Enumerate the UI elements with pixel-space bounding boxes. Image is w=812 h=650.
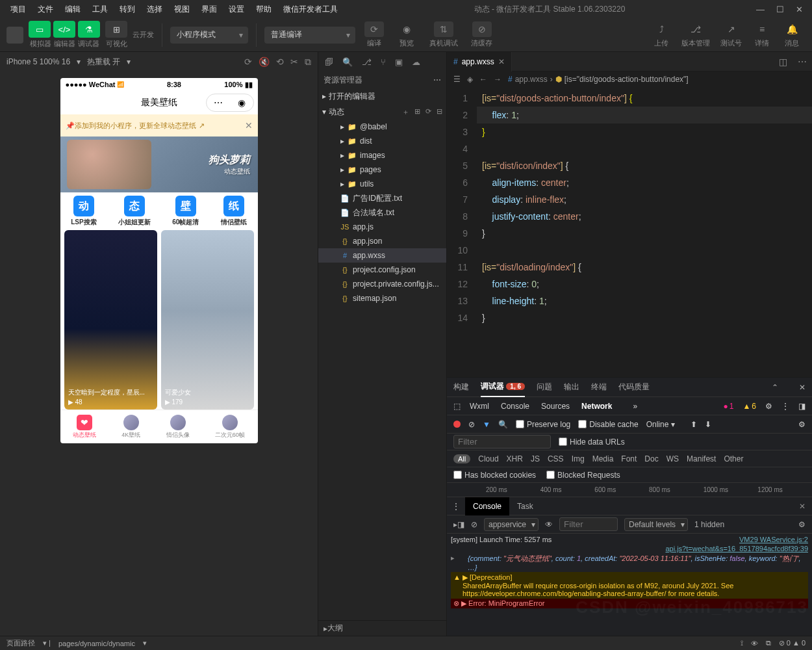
notice-bar[interactable]: 📌 添加到我的小程序，更新全球动态壁纸↗ ✕: [60, 114, 258, 136]
gear-icon[interactable]: ⚙: [798, 520, 806, 529]
tree-node[interactable]: {}project.private.config.js...: [318, 277, 446, 291]
upload-button[interactable]: ⤴: [652, 21, 671, 37]
quick-item[interactable]: 动LSP搜索: [71, 196, 96, 227]
dock-icon[interactable]: ◨: [798, 402, 806, 411]
menu-item[interactable]: 界面: [196, 1, 222, 18]
tree-node[interactable]: JSapp.js: [318, 220, 446, 234]
cloud-dev-button[interactable]: 云开发: [133, 30, 154, 40]
maximize-button[interactable]: ☐: [776, 5, 784, 14]
tree-node[interactable]: 📄广告ID配置.txt: [318, 191, 446, 205]
split-icon[interactable]: ◫: [774, 57, 793, 67]
ext-icon[interactable]: ▣: [395, 57, 403, 67]
devtools-tab[interactable]: 构建: [453, 378, 469, 396]
minimap-icon[interactable]: ☰: [453, 75, 461, 84]
search-icon[interactable]: 🔍: [498, 420, 508, 429]
message-button[interactable]: 🔔: [782, 21, 802, 37]
drawer-toggle-icon[interactable]: ⋮: [447, 502, 465, 511]
minimize-button[interactable]: ―: [756, 5, 765, 14]
type-filter[interactable]: Media: [592, 454, 614, 463]
quick-item[interactable]: 纸情侣壁纸: [221, 196, 247, 227]
testnum-button[interactable]: ↗: [722, 21, 741, 37]
blocked-requests-checkbox[interactable]: Blocked Requests: [546, 471, 620, 480]
editor-button[interactable]: </>: [53, 21, 75, 38]
upload-har-icon[interactable]: ⬆: [691, 420, 697, 429]
eye-icon[interactable]: 👁: [751, 640, 758, 647]
record-button[interactable]: [453, 421, 461, 428]
clear-cache-button[interactable]: ⊘: [472, 21, 492, 37]
tree-node[interactable]: ▸ 📁utils: [318, 177, 446, 191]
preserve-log-checkbox[interactable]: Preserve log: [516, 420, 570, 429]
forward-icon[interactable]: →: [494, 75, 501, 84]
menu-item[interactable]: 帮助: [251, 1, 277, 18]
type-filter[interactable]: Other: [724, 454, 743, 463]
devtools-tab[interactable]: 调试器 1, 6: [481, 377, 525, 397]
tabbar-item[interactable]: 情侣头像: [166, 415, 190, 439]
remote-debug-button[interactable]: ⇅: [434, 21, 453, 37]
download-har-icon[interactable]: ⬇: [705, 420, 711, 429]
close-icon[interactable]: ✕: [799, 383, 806, 392]
rotate-icon[interactable]: ⟲: [276, 57, 284, 67]
tree-node[interactable]: ▸ 📁dist: [318, 134, 446, 148]
more-icon[interactable]: ⋯: [433, 75, 441, 84]
tree-node[interactable]: ▸ 📁@babel: [318, 120, 446, 134]
version-button[interactable]: ⎇: [686, 21, 705, 37]
type-filter[interactable]: All: [453, 454, 470, 463]
tree-node[interactable]: 📄合法域名.txt: [318, 205, 446, 220]
tree-node[interactable]: {}sitemap.json: [318, 291, 446, 306]
capsule-button[interactable]: ⋯◉: [206, 94, 254, 112]
menu-item[interactable]: 选择: [142, 1, 168, 18]
menu-item[interactable]: 转到: [114, 1, 140, 18]
wallpaper-card[interactable]: 可爱少女▶ 179: [161, 230, 254, 410]
search-icon[interactable]: 🔍: [342, 57, 353, 67]
filter-icon[interactable]: ▼: [483, 420, 490, 429]
blocked-cookies-checkbox[interactable]: Has blocked cookies: [453, 471, 536, 480]
type-filter[interactable]: XHR: [507, 454, 523, 463]
close-button[interactable]: ✕: [796, 5, 803, 14]
type-filter[interactable]: Font: [621, 454, 637, 463]
outline-section[interactable]: ▸ 大纲: [318, 620, 446, 636]
debugger-button[interactable]: ⚗: [78, 21, 100, 38]
panel-tab[interactable]: Network: [581, 402, 612, 411]
details-button[interactable]: ≡: [752, 21, 772, 37]
code-editor[interactable]: 1234567891011121314 [is="dist/goods-acti…: [447, 87, 812, 377]
console-filter-input[interactable]: [559, 517, 618, 531]
more-tabs-icon[interactable]: »: [633, 402, 637, 411]
menu-item[interactable]: 视图: [169, 1, 195, 18]
project-section[interactable]: ▾ 动态 ＋⊞⟳⊟: [318, 104, 446, 120]
menu-item[interactable]: 文件: [32, 1, 58, 18]
context-dropdown[interactable]: appservice: [484, 518, 539, 531]
tree-node[interactable]: {}app.json: [318, 234, 446, 248]
tree-node[interactable]: ▸ 📁pages: [318, 162, 446, 177]
cut-icon[interactable]: ✂: [290, 57, 298, 67]
menu-icon[interactable]: ⋮: [781, 402, 789, 411]
task-tab[interactable]: Task: [509, 497, 541, 515]
compile-button[interactable]: ⟳: [364, 21, 384, 37]
git-icon[interactable]: ⑂: [381, 57, 386, 67]
console-output[interactable]: [system] Launch Time: 5257 msVM29 WAServ…: [447, 534, 812, 636]
eye-icon[interactable]: 👁: [545, 520, 553, 529]
close-tab-icon[interactable]: ✕: [498, 57, 505, 66]
open-editors-section[interactable]: ▸ 打开的编辑器: [318, 88, 446, 104]
scene-icon[interactable]: ⟟: [741, 639, 743, 647]
inspect-icon[interactable]: ⬚: [453, 402, 461, 411]
preview-button[interactable]: ◉: [397, 21, 416, 37]
type-filter[interactable]: WS: [666, 454, 679, 463]
editor-tab[interactable]: #app.wxss✕: [447, 52, 512, 72]
simulator-button[interactable]: ▭: [29, 21, 51, 38]
device-selector[interactable]: iPhone 5 100% 16: [6, 57, 70, 66]
hide-urls-checkbox[interactable]: Hide data URLs: [559, 437, 625, 447]
throttle-dropdown[interactable]: Online ▾: [646, 420, 675, 429]
tabbar-item[interactable]: ❤动态壁纸: [73, 415, 96, 439]
gear-icon[interactable]: ⚙: [798, 420, 806, 429]
type-filter[interactable]: CSS: [548, 454, 564, 463]
hot-reload-toggle[interactable]: 热重载 开: [87, 57, 120, 68]
page-path[interactable]: pages/dynamic/dynamic: [58, 640, 135, 647]
copilot-icon[interactable]: ☁: [412, 57, 420, 67]
tree-node[interactable]: ▸ 📁images: [318, 148, 446, 162]
type-filter[interactable]: Img: [572, 454, 585, 463]
bookmark-icon[interactable]: ◈: [467, 75, 473, 84]
compile-dropdown[interactable]: 普通编译: [264, 27, 355, 44]
clear-icon[interactable]: ⊘: [468, 420, 475, 429]
menu-item[interactable]: 工具: [87, 1, 113, 18]
menu-item[interactable]: 设置: [223, 1, 249, 18]
